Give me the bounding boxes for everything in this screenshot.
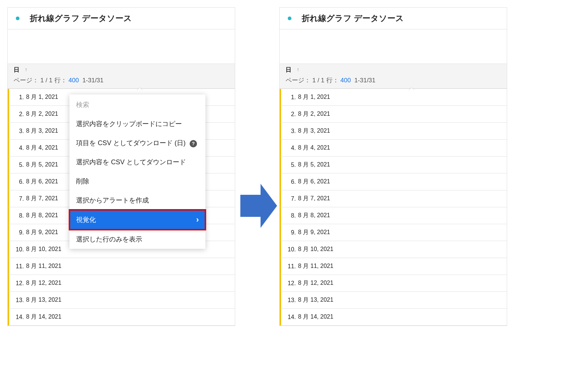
row-index: 12. <box>283 280 296 287</box>
row-index: 5. <box>11 162 24 168</box>
panel-title: 折れ線グラフ データソース <box>30 13 132 24</box>
help-icon[interactable]: ? <box>190 140 197 147</box>
row-index: 9. <box>283 229 296 236</box>
table-row[interactable]: 3.8 月 3, 2021 <box>280 123 507 140</box>
menu-item-copy[interactable]: 選択内容をクリップボードにコピー <box>69 114 205 133</box>
menu-item-show-selected[interactable]: 選択した行のみを表示 <box>69 230 205 249</box>
row-index: 12. <box>11 280 24 287</box>
row-index: 1. <box>283 94 296 101</box>
row-index: 10. <box>283 246 296 253</box>
table-row[interactable]: 13.8 月 13, 2021 <box>8 292 235 309</box>
row-value: 8 月 12, 2021 <box>298 279 333 287</box>
pager-prefix: ページ： <box>14 77 39 84</box>
menu-item-visualize[interactable]: 視覚化 › <box>69 210 205 230</box>
table-row[interactable]: 4.8 月 4, 2021 <box>280 140 507 157</box>
row-index: 8. <box>11 212 24 219</box>
pager-rows-value[interactable]: 400 <box>340 77 351 84</box>
data-table-right: 1.8 月 1, 20212.8 月 2, 20213.8 月 3, 20214… <box>280 89 507 326</box>
menu-item-csv-column[interactable]: 項目を CSV としてダウンロード (日) ? <box>69 133 205 153</box>
row-value: 8 月 12, 2021 <box>26 279 61 287</box>
pager-page[interactable]: 1 / 1 <box>40 77 53 84</box>
svg-marker-0 <box>240 184 277 228</box>
menu-item-csv-selection[interactable]: 選択内容を CSV としてダウンロード <box>69 153 205 172</box>
menu-item-delete[interactable]: 削除 <box>69 172 205 191</box>
context-menu: 検索 選択内容をクリップボードにコピー 項目を CSV としてダウンロード (日… <box>69 94 205 249</box>
table-row[interactable]: 14.8 月 14, 2021 <box>8 309 235 326</box>
header-blank <box>8 29 235 64</box>
row-value: 8 月 2, 2021 <box>298 110 330 118</box>
table-row[interactable]: 12.8 月 12, 2021 <box>280 275 507 292</box>
pager-range: 1-31/31 <box>354 77 376 84</box>
panel-title: 折れ線グラフ データソース <box>302 13 404 24</box>
table-row[interactable]: 6.8 月 6, 2021 <box>280 173 507 190</box>
row-index: 1. <box>11 94 24 101</box>
table-row[interactable]: 5.8 月 5, 2021 <box>280 157 507 173</box>
menu-item-create-alert[interactable]: 選択からアラートを作成 <box>69 191 205 210</box>
row-index: 11. <box>283 263 296 270</box>
column-header[interactable]: 日 ↑ ページ： 1 / 1 行： 400 1-31/31 <box>280 64 507 89</box>
row-value: 8 月 14, 2021 <box>26 313 61 321</box>
row-value: 8 月 1, 2021 <box>26 93 58 101</box>
row-index: 6. <box>11 179 24 185</box>
pager-page[interactable]: 1 / 1 <box>312 77 325 84</box>
row-value: 8 月 13, 2021 <box>298 296 333 304</box>
row-value: 8 月 13, 2021 <box>26 296 61 304</box>
pager-rows-label: 行： <box>54 77 67 84</box>
row-index: 7. <box>11 196 24 202</box>
sort-ascending-icon[interactable]: ↑ <box>25 67 27 72</box>
row-value: 8 月 9, 2021 <box>26 229 58 236</box>
table-row[interactable]: 1.8 月 1, 2021 <box>280 89 507 106</box>
panel-left: 折れ線グラフ データソース 日 ↑ ページ： 1 / 1 行： 400 1-31… <box>7 7 235 326</box>
row-index: 3. <box>11 128 24 135</box>
pager-rows-value[interactable]: 400 <box>68 77 79 84</box>
bullet-icon <box>16 17 19 20</box>
row-index: 14. <box>283 314 296 320</box>
arrow-right-icon <box>240 184 277 228</box>
panel-right: 折れ線グラフ データソース 日 ↑ ページ： 1 / 1 行： 400 1-31… <box>279 7 507 326</box>
chevron-right-icon: › <box>196 215 199 225</box>
row-index: 9. <box>11 229 24 236</box>
panel-title-row: 折れ線グラフ データソース <box>8 8 235 29</box>
table-row[interactable]: 9.8 月 9, 2021 <box>280 224 507 241</box>
column-label[interactable]: 日 <box>14 67 19 73</box>
row-value: 8 月 8, 2021 <box>298 212 330 219</box>
pager: ページ： 1 / 1 行： 400 1-31/31 <box>286 74 501 88</box>
row-value: 8 月 3, 2021 <box>26 127 58 135</box>
pager-rows-label: 行： <box>326 77 339 84</box>
sort-ascending-icon[interactable]: ↑ <box>297 67 299 72</box>
row-value: 8 月 5, 2021 <box>298 161 330 169</box>
row-index: 2. <box>283 111 296 118</box>
row-value: 8 月 8, 2021 <box>26 212 58 219</box>
row-value: 8 月 11, 2021 <box>298 262 333 270</box>
table-row[interactable]: 10.8 月 10, 2021 <box>280 241 507 258</box>
column-header[interactable]: 日 ↑ ページ： 1 / 1 行： 400 1-31/31 <box>8 64 235 89</box>
row-value: 8 月 10, 2021 <box>26 246 61 253</box>
row-value: 8 月 11, 2021 <box>26 262 61 270</box>
row-value: 8 月 1, 2021 <box>298 93 330 101</box>
table-row[interactable]: 12.8 月 12, 2021 <box>8 275 235 292</box>
row-value: 8 月 7, 2021 <box>26 195 58 203</box>
menu-search-input[interactable]: 検索 <box>69 95 205 114</box>
table-row[interactable]: 13.8 月 13, 2021 <box>280 292 507 309</box>
panel-title-row: 折れ線グラフ データソース <box>280 8 507 29</box>
row-index: 7. <box>283 196 296 202</box>
header-blank <box>280 29 507 64</box>
row-index: 13. <box>11 297 24 304</box>
column-label[interactable]: 日 <box>286 67 291 73</box>
row-index: 13. <box>283 297 296 304</box>
row-index: 3. <box>283 128 296 135</box>
table-row[interactable]: 8.8 月 8, 2021 <box>280 207 507 224</box>
row-value: 8 月 4, 2021 <box>298 144 330 152</box>
row-index: 11. <box>11 263 24 270</box>
table-row[interactable]: 11.8 月 11, 2021 <box>280 258 507 275</box>
table-row[interactable]: 7.8 月 7, 2021 <box>280 190 507 207</box>
table-row[interactable]: 11.8 月 11, 2021 <box>8 258 235 275</box>
pager: ページ： 1 / 1 行： 400 1-31/31 <box>14 74 229 88</box>
row-value: 8 月 2, 2021 <box>26 110 58 118</box>
bullet-icon <box>288 17 291 20</box>
table-row[interactable]: 14.8 月 14, 2021 <box>280 309 507 326</box>
row-index: 8. <box>283 212 296 219</box>
pager-range: 1-31/31 <box>82 77 104 84</box>
row-value: 8 月 7, 2021 <box>298 195 330 203</box>
table-row[interactable]: 2.8 月 2, 2021 <box>280 106 507 123</box>
